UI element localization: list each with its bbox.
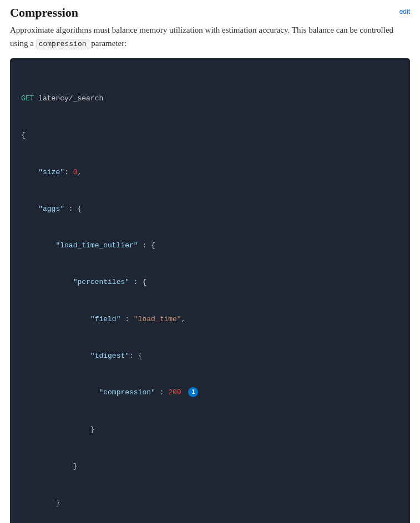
compression-param: compression xyxy=(36,39,89,49)
intro-text-after: parameter: xyxy=(89,39,127,48)
code-line-open: { xyxy=(21,129,399,141)
code-line-percentiles: "percentiles" : { xyxy=(21,276,399,288)
code-block: GET latency/_search { "size": 0, "aggs" … xyxy=(10,58,410,523)
section-header: Compression edit xyxy=(10,0,410,20)
code-line-compression: "compression" : 200 1 xyxy=(21,387,399,399)
code-line-method: GET latency/_search xyxy=(21,93,399,105)
code-line-field: "field" : "load_time", xyxy=(21,313,399,326)
intro-paragraph: Approximate algorithms must balance memo… xyxy=(10,23,410,50)
code-line-close1: } xyxy=(21,424,399,436)
code-line-size: "size": 0, xyxy=(21,166,399,179)
compression-badge: 1 xyxy=(188,387,198,397)
edit-link[interactable]: edit xyxy=(399,8,410,16)
code-line-close3: } xyxy=(21,497,399,509)
section-title: Compression xyxy=(10,6,78,20)
code-line-close2: } xyxy=(21,460,399,473)
code-line-aggs: "aggs" : { xyxy=(21,203,399,215)
code-content: GET latency/_search { "size": 0, "aggs" … xyxy=(21,68,399,523)
code-line-tdigest: "tdigest": { xyxy=(21,350,399,362)
code-line-outlier: "load_time_outlier" : { xyxy=(21,240,399,252)
